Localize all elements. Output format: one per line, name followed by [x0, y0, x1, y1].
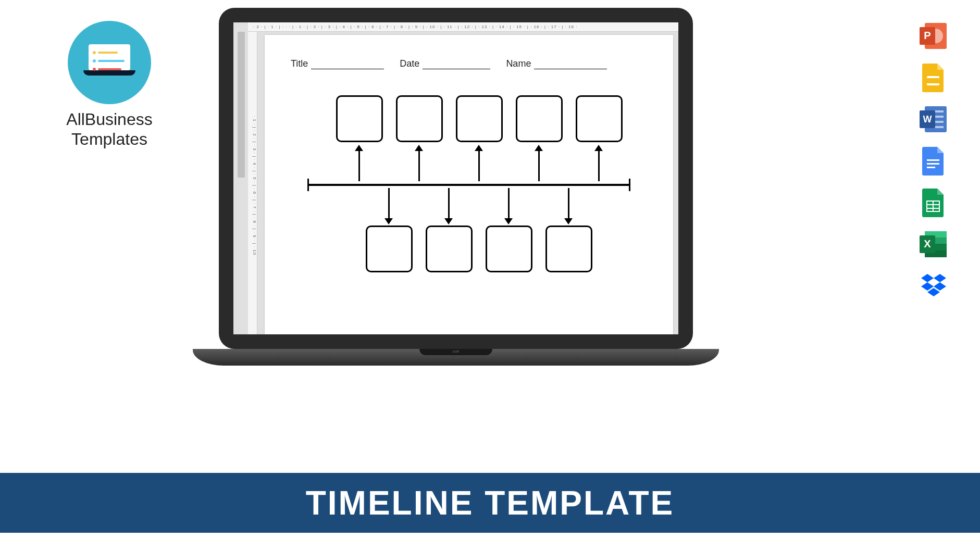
svg-rect-5: [927, 78, 939, 83]
svg-text:P: P: [924, 30, 931, 41]
title-banner: TIMELINE TEMPLATE: [0, 473, 980, 533]
svg-rect-13: [927, 159, 939, 161]
title-label: Title: [291, 58, 308, 69]
vertical-ruler: · 1 · | · 2 · | · 3 · | · 4 · | · 5 · | …: [248, 32, 257, 334]
timeline-box: [516, 95, 563, 142]
svg-rect-15: [927, 167, 935, 168]
word-icon: W: [919, 104, 949, 134]
svg-text:X: X: [924, 238, 931, 249]
logo-text-line1: AllBusiness: [47, 109, 172, 129]
timeline-box: [486, 226, 532, 272]
timeline-box: [545, 226, 592, 272]
svg-marker-27: [934, 274, 946, 282]
name-label: Name: [506, 58, 531, 69]
horizontal-ruler: · 2 · | · 1 · | · · · | · 1 · | · 2 · | …: [248, 22, 678, 32]
vertical-scrollbar[interactable]: [238, 32, 245, 178]
laptop-brand-notch: ook: [419, 349, 492, 355]
logo-circle-icon: [68, 21, 151, 104]
filetype-icons-column: P W X: [919, 21, 949, 301]
google-sheets-icon: [919, 187, 949, 218]
laptop-mockup: L · 2 · | · 1 · | · · · | · 1 · | · 2 · …: [193, 8, 719, 366]
google-slides-icon: [919, 62, 949, 93]
logo-text-line2: Templates: [47, 129, 172, 149]
svg-rect-14: [927, 163, 939, 165]
timeline-box: [336, 95, 383, 142]
svg-marker-26: [921, 274, 934, 282]
google-docs-icon: [919, 146, 949, 176]
date-label: Date: [400, 58, 419, 69]
document-editor-screen: L · 2 · | · 1 · | · · · | · 1 · | · 2 · …: [233, 22, 678, 334]
timeline-box: [426, 226, 473, 272]
brand-logo: AllBusiness Templates: [47, 21, 172, 149]
timeline-box: [366, 226, 413, 272]
timeline-diagram: [307, 95, 630, 283]
svg-text:W: W: [923, 114, 932, 124]
timeline-box: [396, 95, 443, 142]
document-page: Title Date Name: [265, 35, 673, 334]
timeline-box: [576, 95, 623, 142]
powerpoint-icon: P: [919, 21, 949, 51]
document-header-fields: Title Date Name: [291, 58, 647, 69]
banner-title: TIMELINE TEMPLATE: [306, 484, 675, 522]
excel-icon: X: [919, 229, 949, 259]
timeline-box: [456, 95, 503, 142]
dropbox-icon: [919, 271, 949, 301]
